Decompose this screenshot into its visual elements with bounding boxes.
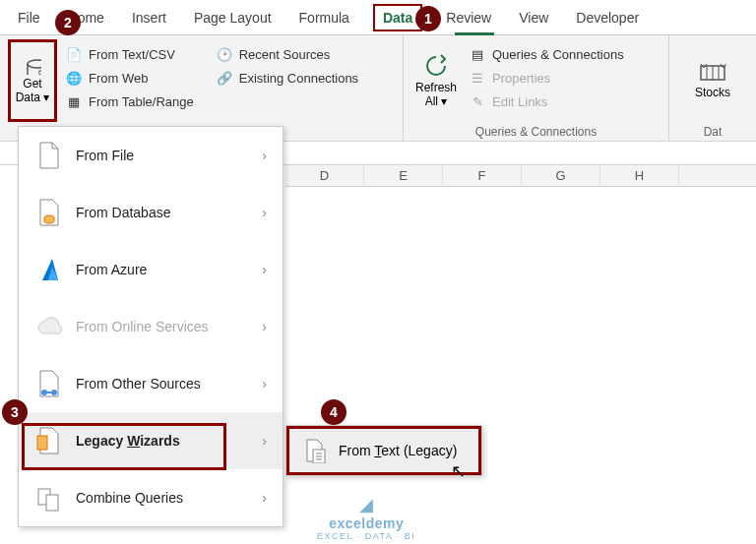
cursor-icon: ↖ [451,460,466,482]
chevron-right-icon: › [262,433,267,449]
svg-point-9 [41,390,47,395]
group-queries: Refresh All ▾ ▤Queries & Connections ☰Pr… [404,35,669,141]
queries-icon: ▤ [469,45,486,63]
menu-from-database-label: From Database [76,205,262,220]
svg-point-0 [28,60,41,68]
refresh-all-label: Refresh All [415,81,457,108]
menu-combine-queries-label: Combine Queries [76,490,262,506]
file-csv-icon: 📄 [65,45,83,63]
recent-sources[interactable]: 🕑Recent Sources [212,43,362,65]
get-data-label: Get Data [16,77,42,104]
tab-formula[interactable]: Formula [295,4,353,31]
svg-point-10 [51,390,57,395]
clock-icon: 🕑 [216,45,233,63]
tab-review[interactable]: Review [442,4,495,31]
chevron-right-icon: › [262,262,267,277]
watermark: ◢ exceldemy EXCEL · DATA · BI [317,494,415,541]
queries-connections[interactable]: ▤Queries & Connections [465,43,628,65]
edit-links: ✎Edit Links [465,91,628,112]
tab-insert[interactable]: Insert [128,4,170,31]
chevron-right-icon: › [262,376,267,392]
menu-legacy-wizards-label: Legacy Wizards [76,433,262,449]
annotation-badge-1: 1 [415,6,441,31]
from-table-range[interactable]: ▦From Table/Range [61,91,198,112]
menu-from-azure-label: From Azure [76,262,262,277]
watermark-text: exceldemy [329,515,404,531]
cloud-icon [34,312,64,341]
globe-icon: 🌐 [65,69,83,87]
col-h[interactable]: H [600,165,679,186]
queries-list: ▤Queries & Connections ☰Properties ✎Edit… [465,39,628,112]
connection-icon: 🔗 [216,69,233,87]
group-get-transform: Get Data ▾ 📄From Text/CSV 🌐From Web ▦Fro… [0,35,404,141]
wizard-file-icon [34,426,64,455]
get-transform-list-1: 📄From Text/CSV 🌐From Web ▦From Table/Ran… [61,39,198,112]
from-table-range-label: From Table/Range [89,94,194,109]
col-f[interactable]: F [443,165,522,186]
from-text-csv-label: From Text/CSV [89,47,175,62]
stocks-button[interactable]: Stocks [688,39,737,122]
col-d[interactable]: D [285,165,364,186]
from-web[interactable]: 🌐From Web [61,67,198,89]
chevron-down-icon: ▾ [43,91,49,104]
from-text-csv[interactable]: 📄From Text/CSV [61,43,198,65]
edit-links-icon: ✎ [469,92,486,110]
existing-connections[interactable]: 🔗Existing Connections [212,67,362,89]
properties-label: Properties [492,71,550,86]
ribbon-tabs: File Home Insert Page Layout Formula Dat… [0,0,756,35]
annotation-badge-3: 3 [2,399,28,425]
edit-links-label: Edit Links [492,94,547,109]
menu-combine-queries[interactable]: Combine Queries › [19,469,283,526]
svg-rect-12 [37,436,47,450]
chevron-right-icon: › [262,148,267,163]
get-transform-list-2: 🕑Recent Sources 🔗Existing Connections [212,39,362,89]
menu-from-other-sources[interactable]: From Other Sources › [19,355,283,412]
menu-other-sources-label: From Other Sources [76,376,262,392]
column-headers: D E F G H [285,165,756,187]
table-icon: ▦ [65,92,83,110]
stocks-icon [699,62,726,84]
menu-online-services-label: From Online Services [76,319,262,334]
tab-developer[interactable]: Developer [572,4,643,31]
menu-legacy-wizards[interactable]: Legacy Wizards › [19,412,283,469]
annotation-badge-4: 4 [321,399,346,425]
menu-from-text-legacy-label: From Text (Legacy) [339,443,457,458]
tab-view[interactable]: View [515,4,552,31]
annotation-badge-2: 2 [55,10,81,35]
refresh-icon [423,53,449,79]
get-data-dropdown: From File › From Database › From Azure ›… [18,126,284,527]
watermark-subtext: EXCEL · DATA · BI [317,531,415,541]
data-group-label: Dat [677,123,748,139]
other-sources-icon [34,369,64,398]
chevron-down-icon: ▾ [441,94,447,108]
refresh-all-button[interactable]: Refresh All ▾ [411,39,461,122]
chevron-right-icon: › [262,319,267,334]
stocks-label: Stocks [695,86,730,99]
text-file-icon [303,438,329,463]
svg-rect-1 [39,71,41,75]
menu-from-file-label: From File [76,148,262,163]
database-file-icon [34,198,64,227]
col-g[interactable]: G [522,165,600,186]
tab-page-layout[interactable]: Page Layout [190,4,276,31]
queries-connections-label: Queries & Connections [492,47,624,62]
properties: ☰Properties [465,67,628,89]
menu-from-file[interactable]: From File › [19,127,283,184]
properties-icon: ☰ [469,69,486,87]
chevron-right-icon: › [262,490,267,506]
watermark-logo-icon: ◢ [359,494,373,515]
menu-from-database[interactable]: From Database › [19,184,283,241]
file-icon [34,141,64,170]
from-web-label: From Web [89,71,148,86]
menu-from-azure[interactable]: From Azure › [19,241,283,298]
svg-rect-14 [46,495,58,511]
recent-sources-label: Recent Sources [239,47,331,62]
tab-file[interactable]: File [14,4,44,31]
get-data-button[interactable]: Get Data ▾ [8,39,57,122]
azure-icon [34,255,64,284]
menu-from-online-services: From Online Services › [19,298,283,355]
group-data-types: Stocks Dat [669,35,756,141]
existing-connections-label: Existing Connections [239,71,358,86]
queries-group-label: Queries & Connections [411,123,661,139]
col-e[interactable]: E [364,165,443,186]
